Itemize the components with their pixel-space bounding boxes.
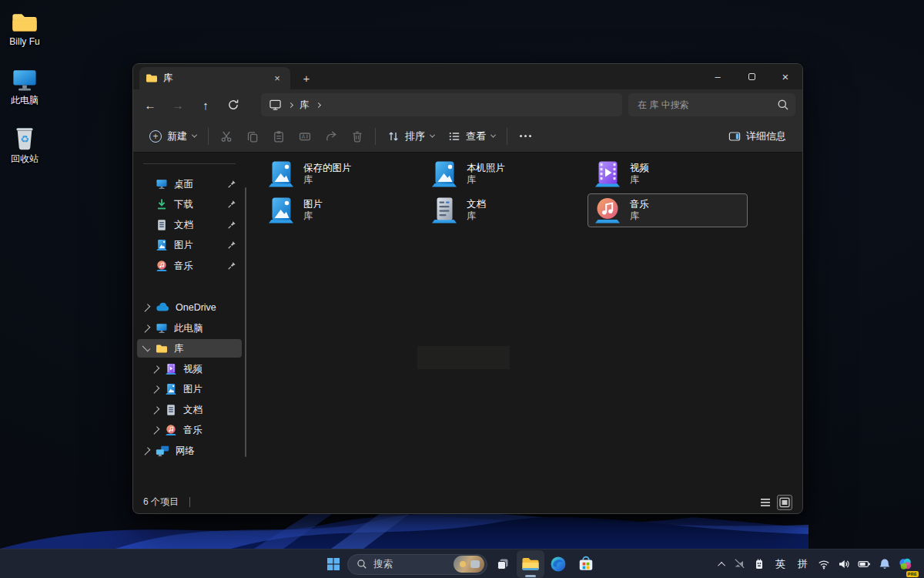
search-icon <box>357 559 367 570</box>
sidebar-item-documents-library[interactable]: 文档 <box>137 401 242 419</box>
back-button[interactable]: ← <box>136 92 164 117</box>
sidebar-item-downloads[interactable]: 下载 <box>137 195 242 213</box>
videos-library-icon <box>593 160 622 189</box>
tab-libraries[interactable]: 库 × <box>139 67 290 89</box>
tab-title: 库 <box>163 72 265 85</box>
large-icons-view-icon <box>778 496 791 509</box>
folder-icon <box>156 344 168 354</box>
view-button[interactable]: 查看 <box>441 124 502 149</box>
up-button[interactable]: ↑ <box>192 92 219 117</box>
show-hidden-icons-button[interactable] <box>716 552 729 576</box>
chevron-right-icon <box>288 102 293 107</box>
taskbar-search-box[interactable] <box>347 554 487 575</box>
library-tile-videos[interactable]: 视频 库 <box>588 157 748 191</box>
paste-icon <box>273 130 285 143</box>
desktop-icon-this-pc[interactable]: 此电脑 <box>2 63 48 106</box>
library-tile-music[interactable]: 音乐 库 <box>588 193 748 227</box>
tray-device-icon <box>753 558 765 570</box>
widgets-weather-thumbnail[interactable] <box>454 556 484 573</box>
sidebar-item-videos-library[interactable]: 视频 <box>137 360 242 378</box>
maximize-button[interactable] <box>735 64 768 89</box>
pin-icon <box>227 200 236 209</box>
paste-button[interactable] <box>266 124 292 149</box>
library-tile-documents[interactable]: 文档 库 <box>424 193 584 227</box>
sidebar-item-pictures-library[interactable]: 图片 <box>137 380 242 398</box>
items-view[interactable]: 保存的图片 库 本机照片 库 视频 库 图片 库 文档 库 <box>246 153 802 491</box>
details-pane-button[interactable]: 详细信息 <box>721 124 793 149</box>
item-name: 音乐 <box>630 199 649 211</box>
ime-mode-button[interactable]: 拼 <box>792 552 814 576</box>
close-button[interactable]: × <box>768 64 802 89</box>
desktop-icon-column: Billy Fu 此电脑 回收站 <box>2 5 48 180</box>
battery-button[interactable] <box>854 552 875 576</box>
copy-button[interactable] <box>239 124 266 149</box>
folder-icon <box>2 5 48 34</box>
breadcrumb[interactable]: 库 <box>261 93 622 116</box>
forward-button[interactable]: → <box>164 92 192 117</box>
store-taskbar-button[interactable] <box>572 550 600 578</box>
cut-button[interactable] <box>213 124 239 149</box>
copilot-button[interactable]: PRE <box>895 552 916 576</box>
documents-library-icon <box>430 196 459 225</box>
desktop-icon-billy-fu[interactable]: Billy Fu <box>2 5 48 48</box>
document-icon <box>156 219 168 231</box>
rename-icon <box>299 130 311 143</box>
share-button[interactable] <box>318 124 344 149</box>
rename-button[interactable] <box>292 124 318 149</box>
large-icons-view-button[interactable] <box>777 495 792 510</box>
sidebar-item-music[interactable]: 音乐 <box>137 257 242 275</box>
file-explorer-taskbar-button[interactable] <box>517 550 544 578</box>
pictures-icon <box>156 239 168 251</box>
details-view-button[interactable] <box>758 495 773 510</box>
file-explorer-window: 库 × + – × ← → ↑ 库 + 新建 <box>132 63 803 514</box>
delete-button[interactable] <box>344 124 370 149</box>
sidebar-item-music-library[interactable]: 音乐 <box>137 421 242 439</box>
more-button[interactable] <box>512 124 538 149</box>
tab-close-button[interactable]: × <box>270 72 284 86</box>
breadcrumb-item-libraries[interactable]: 库 <box>300 99 310 112</box>
sidebar-item-onedrive[interactable]: OneDrive <box>137 298 242 317</box>
volume-button[interactable] <box>834 552 854 576</box>
sidebar-item-this-pc[interactable]: 此电脑 <box>137 319 242 338</box>
sidebar-item-label: 此电脑 <box>174 322 203 335</box>
taskbar: 英 拼 PRE <box>0 549 924 578</box>
edge-taskbar-button[interactable] <box>544 550 572 578</box>
search-icon <box>777 99 789 111</box>
tray-device-button[interactable] <box>749 552 769 576</box>
document-icon <box>165 404 177 416</box>
sidebar-item-desktop[interactable]: 桌面 <box>137 175 242 193</box>
sidebar-item-label: 视频 <box>183 363 203 376</box>
task-view-button[interactable] <box>489 550 517 578</box>
new-button[interactable]: + 新建 <box>142 124 203 149</box>
desktop-icon-recycle-bin[interactable]: 回收站 <box>2 122 48 165</box>
library-tile-camera-roll[interactable]: 本机照片 库 <box>424 157 584 191</box>
start-button[interactable] <box>320 550 347 578</box>
refresh-button[interactable] <box>219 92 247 117</box>
volume-icon <box>838 558 850 570</box>
item-name: 图片 <box>303 199 323 211</box>
this-pc-icon <box>156 322 168 334</box>
new-tab-button[interactable]: + <box>296 69 316 87</box>
chevron-right-icon <box>152 385 160 394</box>
sort-button[interactable]: 排序 <box>380 124 441 149</box>
minimize-button[interactable]: – <box>701 64 735 89</box>
chevron-right-icon <box>315 102 320 107</box>
sidebar-item-documents[interactable]: 文档 <box>137 216 242 234</box>
item-kind: 库 <box>467 210 486 222</box>
library-tile-pictures[interactable]: 图片 库 <box>261 193 421 227</box>
chevron-right-icon <box>152 426 160 435</box>
divider <box>189 497 190 507</box>
tray-slashed-button[interactable] <box>729 552 749 576</box>
sidebar-item-pictures[interactable]: 图片 <box>137 236 242 254</box>
taskbar-search-input[interactable] <box>373 559 447 570</box>
library-tile-saved-pictures[interactable]: 保存的图片 库 <box>261 157 421 191</box>
search-box[interactable] <box>628 93 795 116</box>
sidebar-item-network[interactable]: 网络 <box>137 442 242 460</box>
ime-language-button[interactable]: 英 <box>769 552 792 576</box>
sidebar-item-libraries[interactable]: 库 <box>137 339 242 358</box>
search-input[interactable] <box>638 99 777 110</box>
status-bar: 6 个项目 <box>133 491 802 513</box>
item-kind: 库 <box>303 210 323 222</box>
notifications-button[interactable] <box>875 552 895 576</box>
wifi-button[interactable] <box>814 552 834 576</box>
